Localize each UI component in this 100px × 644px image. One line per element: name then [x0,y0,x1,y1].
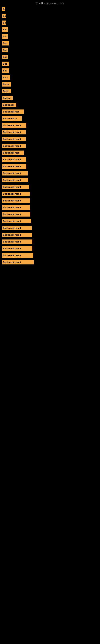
bar-row: Bottleneck result [0,142,100,149]
bar-label: Bott [2,41,9,46]
bar-label: Bot [2,27,8,32]
bar-label: B [2,7,5,11]
bar-label: Bottleneck result [2,246,32,251]
bar-label: Bottleneck resu [2,110,24,114]
bar-row: Bottleneck result [0,259,100,266]
bar-label: Bottleneck result [2,171,28,176]
bar-row: Bottleneck resu [0,149,100,156]
bar-label: Bottle [2,82,11,86]
bar-row: Bottleneck resu [0,108,100,115]
bar-row: Bottleneck result [0,177,100,184]
bar-label: Bott [2,62,9,66]
bar-row: Bottleneck result [0,232,100,238]
bar-label: Bottleneck [2,103,16,107]
bar-row: Bot [0,47,100,54]
bar-label: Bottle [2,89,11,94]
bar-row: Bottleneck re [0,115,100,122]
bar-label: Bot [2,48,8,52]
bar-label: Bottleneck result [2,233,32,237]
bar-label: Bot [2,55,8,59]
bar-label: Bottleneck result [2,158,26,162]
bar-label: Bottleneck result [2,240,32,244]
bar-row: Bottleneck result [0,136,100,142]
bar-label: Bottleneck result [2,130,26,134]
bar-row: Bottleneck result [0,211,100,218]
bar-row: Bottleneck result [0,184,100,190]
bar-label: Bottleneck result [2,192,30,196]
bar-label: Bottleneck re [2,116,22,121]
bar-row: Bo [0,19,100,26]
bar-row: Bottleneck result [0,224,100,232]
bar-row: Bottleneck [0,102,100,108]
bar-row: Bot [0,54,100,60]
bar-row: Bottle [0,81,100,88]
bar-row: Bottleneck result [0,129,100,136]
bar-row: Bottleneck result [0,190,100,197]
bar-row: Bottleneck result [0,170,100,177]
bar-row: Bo [0,12,100,19]
bar-label: Bottleneck result [2,260,34,264]
bar-label: Bottleneck result [2,205,30,210]
bar-label: Bottleneck result [2,219,31,224]
bar-row: Bottlen [0,94,100,102]
bar-label: Bot [2,34,8,39]
bar-label: Bottleneck result [2,253,33,258]
bar-label: Bottleneck result [2,185,29,189]
bar-row: Bott [0,67,100,74]
bar-row: Bottleneck result [0,204,100,211]
bars-container: BBoBoBotBotBottBotBotBottBottBottlBottle… [0,6,100,266]
bar-label: Bott [2,68,9,73]
bar-row: Bot [0,26,100,33]
bar-label: Bottleneck result [2,144,26,148]
bar-label: Bottleneck result [2,137,26,141]
bar-row: Bottleneck result [0,197,100,204]
bar-label: Bottleneck result [2,123,26,128]
bar-label: Bo [2,14,6,18]
bar-row: Bot [0,33,100,40]
bar-row: Bottleneck result [0,245,100,252]
bar-row: Bottle [0,88,100,94]
bar-row: Bottleneck result [0,252,100,259]
bar-label: Bottleneck result [2,178,28,182]
bar-label: Bo [2,20,6,25]
bar-label: Bottleneck result [2,198,30,203]
bar-label: Bottleneck resu [2,150,24,155]
bar-label: Bottleneck result [2,226,32,230]
bar-row: Bottl [0,74,100,81]
bar-row: Bott [0,40,100,47]
bar-label: Bottleneck result [2,164,26,169]
site-title: TheBottlenecker.com [0,0,100,6]
bar-row: Bottleneck result [0,163,100,170]
bar-row: Bottleneck result [0,238,100,245]
bar-label: Bottl [2,75,10,80]
bar-row: Bottleneck result [0,156,100,163]
bar-row: Bott [0,60,100,67]
bar-row: Bottleneck result [0,218,100,224]
bar-label: Bottleneck result [2,212,30,216]
bar-label: Bottlen [2,96,13,100]
bar-row: B [0,6,100,12]
bar-row: Bottleneck result [0,122,100,129]
